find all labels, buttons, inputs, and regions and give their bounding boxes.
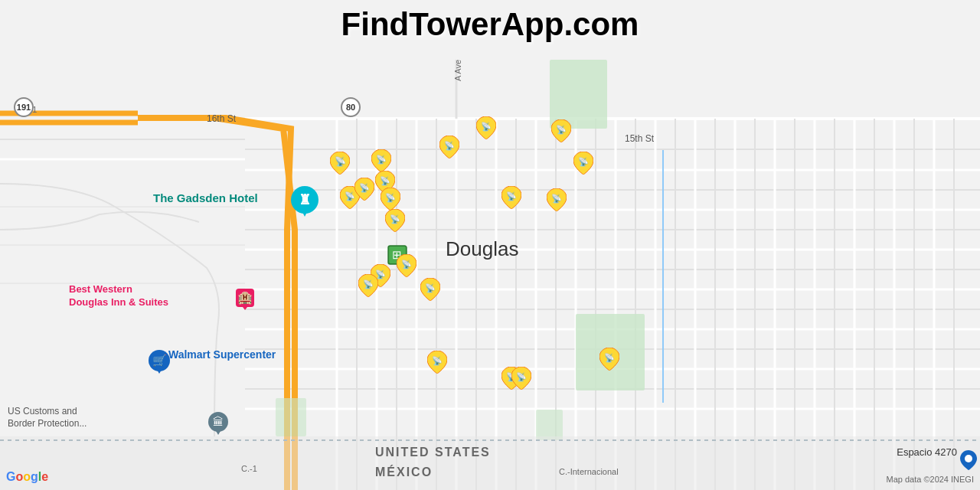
svg-text:📡: 📡 bbox=[425, 283, 436, 293]
svg-text:📡: 📡 bbox=[432, 355, 443, 366]
espacio-marker[interactable] bbox=[960, 450, 977, 473]
road-label-a-ave: A Ave bbox=[453, 60, 462, 81]
svg-rect-59 bbox=[0, 436, 980, 490]
svg-text:📡: 📡 bbox=[376, 154, 387, 165]
tower-marker-17[interactable]: 📡 bbox=[551, 119, 571, 142]
customs-label: US Customs andBorder Protection... bbox=[8, 406, 87, 430]
highway-shield-191: 191 bbox=[14, 97, 34, 117]
tower-marker-7[interactable]: 📡 bbox=[385, 209, 405, 232]
svg-text:📡: 📡 bbox=[380, 175, 390, 186]
svg-text:♜: ♜ bbox=[299, 192, 311, 207]
tower-marker-11[interactable]: 📡 bbox=[358, 274, 378, 297]
tower-marker-18[interactable]: 📡 bbox=[573, 152, 593, 175]
road-label-c1: C.-1 bbox=[241, 464, 257, 473]
walmart-marker[interactable]: 🛒 bbox=[148, 349, 171, 378]
border-line-vertical bbox=[662, 150, 664, 403]
svg-text:📡: 📡 bbox=[363, 279, 374, 289]
tower-marker-16[interactable]: 📡 bbox=[547, 188, 567, 211]
tower-marker-2[interactable]: 📡 bbox=[371, 149, 391, 172]
svg-text:📡: 📡 bbox=[335, 155, 346, 167]
highway-shield-80: 80 bbox=[341, 97, 361, 117]
svg-text:🏛: 🏛 bbox=[213, 416, 224, 428]
gadsden-hotel-label: The Gadsden Hotel bbox=[153, 191, 258, 206]
tower-marker-14[interactable]: 📡 bbox=[476, 116, 496, 139]
tower-marker-15[interactable]: 📡 bbox=[501, 186, 521, 209]
svg-text:📡: 📡 bbox=[401, 259, 412, 270]
svg-rect-55 bbox=[550, 60, 607, 129]
svg-point-74 bbox=[965, 455, 972, 462]
google-logo: Google bbox=[6, 470, 48, 484]
map-container: FindTowerApp.com 191 191 80 16th St 15th… bbox=[0, 0, 980, 490]
svg-text:📡: 📡 bbox=[516, 371, 527, 382]
svg-text:📡: 📡 bbox=[578, 156, 589, 167]
svg-text:📡: 📡 bbox=[551, 193, 562, 204]
svg-text:📡: 📡 bbox=[556, 124, 567, 135]
tower-marker-13[interactable]: 📡 bbox=[439, 136, 459, 158]
tower-marker-9[interactable]: 📡 bbox=[397, 254, 416, 277]
svg-text:📡: 📡 bbox=[604, 352, 615, 363]
svg-text:📡: 📡 bbox=[390, 214, 400, 224]
united-states-label: UNITED STATES bbox=[375, 446, 491, 459]
svg-text:🛒: 🛒 bbox=[152, 354, 167, 368]
svg-text:🏨: 🏨 bbox=[237, 290, 253, 305]
customs-marker[interactable]: 🏛 bbox=[207, 410, 230, 439]
svg-text:📡: 📡 bbox=[385, 192, 396, 203]
map-credit: Map data ©2024 INEGI bbox=[886, 475, 974, 484]
svg-text:📡: 📡 bbox=[444, 140, 455, 151]
svg-text:📡: 📡 bbox=[359, 182, 370, 193]
road-label-15th: 15th St bbox=[625, 133, 654, 144]
tower-marker-22[interactable]: 📡 bbox=[599, 348, 619, 371]
tower-marker-21[interactable]: 📡 bbox=[511, 367, 531, 390]
svg-rect-58 bbox=[536, 410, 563, 440]
tower-marker-19[interactable]: 📡 bbox=[427, 351, 447, 374]
espacio-label: Espacio 4270 bbox=[897, 446, 957, 458]
road-label-c-internacional: C.-Internacional bbox=[559, 467, 619, 476]
tower-marker-6[interactable]: 📡 bbox=[381, 188, 400, 211]
tower-marker-1[interactable]: 📡 bbox=[330, 152, 350, 175]
best-western-marker[interactable]: 🏨 bbox=[234, 287, 256, 315]
walmart-label: Walmart Supercenter bbox=[168, 348, 276, 361]
tower-marker-4[interactable]: 📡 bbox=[354, 178, 374, 201]
svg-text:📡: 📡 bbox=[506, 191, 517, 201]
gadsden-hotel-marker[interactable]: ♜ bbox=[291, 186, 318, 221]
svg-text:📡: 📡 bbox=[481, 121, 492, 132]
page-title: FindTowerApp.com bbox=[341, 6, 639, 43]
mexico-label: MÉXICO bbox=[375, 466, 433, 479]
road-label-16th: 16th St bbox=[207, 113, 236, 124]
svg-text:📡: 📡 bbox=[345, 191, 355, 201]
tower-marker-12[interactable]: 📡 bbox=[420, 278, 440, 301]
svg-rect-57 bbox=[276, 398, 306, 436]
best-western-label: Best WesternDouglas Inn & Suites bbox=[69, 283, 168, 309]
city-label: Douglas bbox=[446, 237, 518, 261]
